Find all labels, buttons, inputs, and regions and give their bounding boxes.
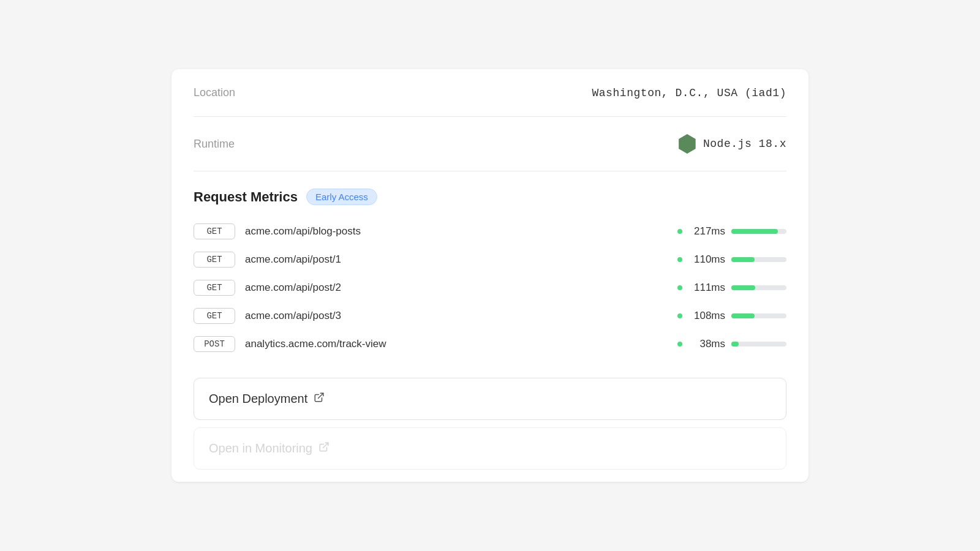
svg-line-0	[318, 393, 323, 398]
metric-timing: 38ms	[652, 338, 786, 350]
location-value: Washington, D.C., USA (iad1)	[592, 87, 786, 99]
location-row: Location Washington, D.C., USA (iad1)	[172, 69, 809, 116]
status-dot	[677, 229, 682, 234]
metric-ms: 111ms	[688, 282, 725, 294]
runtime-row: Runtime Node.js 18.x	[172, 117, 809, 171]
open-monitoring-label: Open in Monitoring	[209, 441, 312, 455]
metric-timing: 110ms	[652, 253, 786, 266]
method-badge: POST	[194, 336, 235, 352]
open-deployment-button[interactable]: Open Deployment	[194, 378, 786, 420]
metric-url: acme.com/api/post/2	[245, 282, 642, 294]
metric-row: POST analytics.acme.com/track-view 38ms	[194, 330, 786, 358]
metric-ms: 108ms	[688, 310, 725, 322]
bar-container	[731, 342, 786, 347]
metric-row: GET acme.com/api/post/2 111ms	[194, 274, 786, 302]
bar-container	[731, 285, 786, 290]
bottom-spacer	[172, 470, 809, 482]
method-badge: GET	[194, 280, 235, 296]
bar-fill	[731, 285, 755, 290]
metrics-list: GET acme.com/api/blog-posts 217ms GET ac…	[172, 217, 809, 370]
bar-fill	[731, 229, 778, 234]
metric-row: GET acme.com/api/post/3 108ms	[194, 302, 786, 330]
status-dot	[677, 285, 682, 290]
external-link-monitoring-icon	[318, 441, 330, 455]
runtime-value: Node.js 18.x	[677, 134, 786, 154]
metric-ms: 38ms	[688, 338, 725, 350]
metric-url: acme.com/api/post/1	[245, 253, 642, 266]
runtime-label: Runtime	[194, 138, 235, 151]
main-card: Location Washington, D.C., USA (iad1) Ru…	[172, 69, 809, 482]
status-dot	[677, 313, 682, 318]
status-dot	[677, 342, 682, 347]
open-deployment-label: Open Deployment	[209, 392, 307, 406]
metric-ms: 217ms	[688, 225, 725, 238]
bar-container	[731, 229, 786, 234]
early-access-badge: Early Access	[306, 189, 377, 205]
nodejs-icon	[677, 134, 697, 154]
request-metrics-header: Request Metrics Early Access	[172, 171, 809, 217]
bar-fill	[731, 257, 755, 262]
bar-container	[731, 313, 786, 318]
bar-fill	[731, 313, 755, 318]
metric-url: acme.com/api/post/3	[245, 310, 642, 322]
request-metrics-title: Request Metrics	[194, 189, 298, 205]
metric-timing: 217ms	[652, 225, 786, 238]
metric-url: analytics.acme.com/track-view	[245, 338, 642, 350]
location-label: Location	[194, 86, 235, 99]
metric-timing: 111ms	[652, 282, 786, 294]
metric-row: GET acme.com/api/post/1 110ms	[194, 246, 786, 274]
open-monitoring-button[interactable]: Open in Monitoring	[194, 427, 786, 470]
method-badge: GET	[194, 252, 235, 268]
external-link-icon	[314, 392, 325, 406]
method-badge: GET	[194, 308, 235, 324]
metric-row: GET acme.com/api/blog-posts 217ms	[194, 217, 786, 246]
metric-ms: 110ms	[688, 253, 725, 266]
svg-line-1	[323, 443, 328, 448]
method-badge: GET	[194, 223, 235, 239]
bar-container	[731, 257, 786, 262]
metric-url: acme.com/api/blog-posts	[245, 225, 642, 238]
bar-fill	[731, 342, 739, 347]
metric-timing: 108ms	[652, 310, 786, 322]
status-dot	[677, 257, 682, 262]
